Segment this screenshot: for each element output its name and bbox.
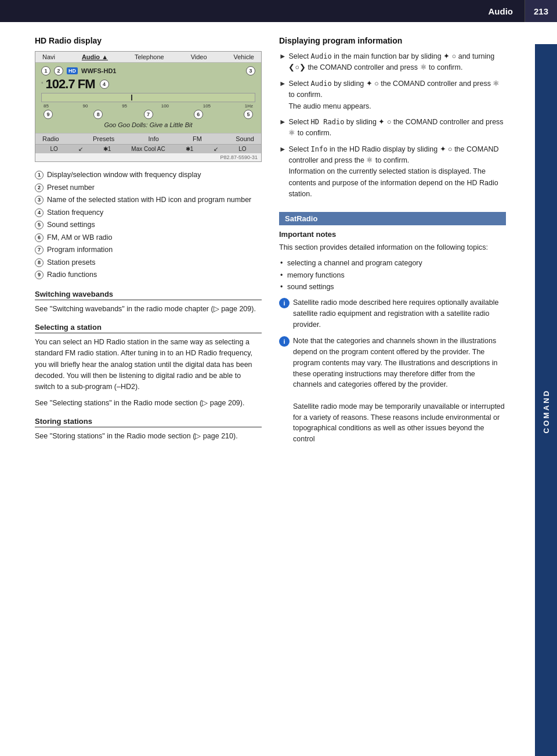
comand-sidebar: COMAND — [535, 44, 557, 756]
display-numbered-list: 1 Display/selection window with frequenc… — [35, 170, 262, 280]
selecting-station-body: You can select an HD Radio station in th… — [35, 337, 262, 393]
num-8: 8 — [93, 110, 103, 119]
arrow-item-4: ► Select Info in the HD Radio display by… — [279, 144, 506, 200]
num-4: 4 — [100, 80, 109, 89]
comand-label: COMAND — [542, 389, 551, 434]
topics-list: selecting a channel and program category… — [279, 258, 506, 293]
topic-item-3: sound settings — [279, 282, 506, 293]
num-6: 6 — [194, 110, 203, 119]
item-num-6: 6 — [35, 233, 44, 242]
page-number: 213 — [525, 0, 557, 22]
radio-screen: 1 2 HD WWFS-HD1 3 ° 102.7 FM 4 — [35, 63, 261, 133]
storing-stations-body: See "Storing stations" in the Radio mode… — [35, 431, 262, 442]
info-icon-2: i — [279, 336, 290, 347]
topic-item-1: selecting a channel and program category — [279, 258, 506, 269]
intro-text: This section provides detailed informati… — [279, 242, 506, 253]
radio-display: Navi Audio ▲ Telephone Video Vehicle 1 2… — [35, 51, 262, 162]
num-2: 2 — [54, 66, 63, 75]
header-audio-label: Audio — [0, 6, 525, 16]
selecting-station-title: Selecting a station — [35, 323, 262, 333]
item-num-3: 3 — [35, 196, 44, 204]
info-icon-1: i — [279, 298, 290, 308]
num-1: 1 — [41, 66, 50, 75]
list-item: 5 Sound settings — [35, 220, 262, 231]
satradio-header: SatRadio — [279, 212, 506, 225]
frequency-scale — [41, 93, 255, 102]
radio-frequency: 102.7 FM — [46, 77, 95, 92]
list-item: 8 Station presets — [35, 258, 262, 268]
info-box-2: i Note that the categories and channels … — [279, 336, 506, 445]
station-name: WWFS-HD1 — [81, 67, 243, 74]
radio-bottom-bar: Radio Presets Info FM Sound — [35, 133, 261, 144]
list-item: 4 Station frequency — [35, 208, 262, 218]
radio-nav-bar: Navi Audio ▲ Telephone Video Vehicle — [35, 52, 261, 63]
item-num-9: 9 — [35, 271, 44, 279]
hd-badge: HD — [67, 67, 78, 74]
topic-item-2: memory functions — [279, 270, 506, 281]
satradio-section: SatRadio Important notes This section pr… — [279, 212, 506, 445]
radio-freq-row: ° 102.7 FM 4 — [41, 77, 255, 92]
list-item: 1 Display/selection window with frequenc… — [35, 170, 262, 181]
selecting-station-body2: See "Selecting stations" in the Radio mo… — [35, 398, 262, 409]
storing-stations-title: Storing stations — [35, 417, 262, 427]
right-column: Displaying program information ► Select … — [279, 36, 506, 451]
list-item: 7 Program information — [35, 245, 262, 255]
switching-wavebands-title: Switching wavebands — [35, 290, 262, 300]
header-bar: Audio 213 — [0, 0, 557, 22]
item-num-4: 4 — [35, 208, 44, 217]
scale-numbers: 85 90 95 100 105 1Hz — [41, 103, 255, 109]
arrow-item-1: ► Select Audio in the main function bar … — [279, 51, 506, 74]
item-num-7: 7 — [35, 246, 44, 254]
important-notes-title: Important notes — [279, 230, 506, 239]
list-item: 3 Name of the selected station with HD i… — [35, 195, 262, 206]
arrow-item-2: ► Select Audio by sliding ✦ ○ the COMAND… — [279, 78, 506, 112]
radio-top-row: 1 2 HD WWFS-HD1 3 — [41, 66, 255, 75]
list-item: 9 Radio functions — [35, 270, 262, 280]
item-num-8: 8 — [35, 258, 44, 267]
switching-wavebands-body: See "Switching wavebands" in the radio m… — [35, 304, 262, 315]
num-5: 5 — [244, 110, 253, 119]
num-7: 7 — [144, 110, 153, 119]
displaying-title: Displaying program information — [279, 36, 506, 45]
song-title: Goo Goo Dolls: Give a Little Bit — [41, 120, 255, 129]
radio-status-bar: LO ↙ ✱1 Max Cool AC ✱1 ↙ LO — [35, 144, 261, 153]
left-column: HD Radio display Navi Audio ▲ Telephone … — [35, 36, 262, 451]
list-item: 2 Preset number — [35, 183, 262, 193]
item-num-5: 5 — [35, 221, 44, 229]
num-3: 3 — [246, 66, 255, 75]
num-9: 9 — [44, 110, 53, 119]
list-item: 6 FM, AM or WB radio — [35, 233, 262, 243]
arrow-item-3: ► Select HD Radio by sliding ✦ ○ the COM… — [279, 117, 506, 139]
figure-ref: P82.87-5590-31 — [35, 153, 261, 161]
item-num-1: 1 — [35, 171, 44, 179]
info-box-1: i Satellite radio mode described here re… — [279, 297, 506, 330]
radio-bottom-items-row: 9 8 7 6 5 — [41, 109, 255, 120]
item-num-2: 2 — [35, 183, 44, 192]
hd-radio-title: HD Radio display — [35, 36, 262, 45]
